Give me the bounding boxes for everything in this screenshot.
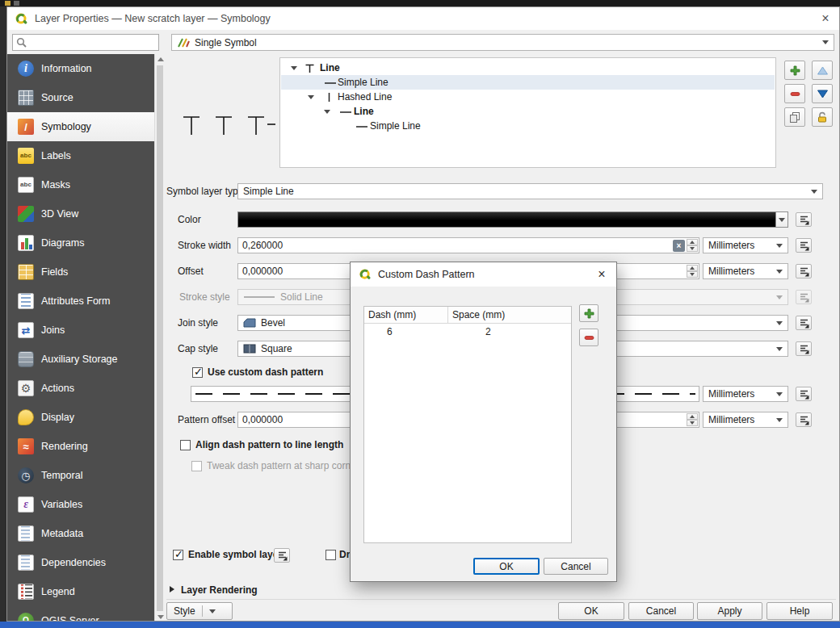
tree-item-line-sub[interactable]: Line bbox=[281, 104, 775, 119]
dialog-titlebar[interactable]: Layer Properties — New scratch layer — S… bbox=[7, 7, 839, 30]
move-up-button[interactable] bbox=[812, 61, 833, 80]
data-defined-override-button[interactable] bbox=[796, 316, 812, 330]
data-defined-override-button[interactable] bbox=[274, 548, 290, 563]
space-cell[interactable]: 2 bbox=[448, 326, 571, 337]
3d-view-icon bbox=[18, 206, 34, 222]
dash-cell[interactable]: 6 bbox=[364, 326, 448, 337]
sidebar-item-fields[interactable]: Fields bbox=[7, 257, 154, 287]
move-down-button[interactable] bbox=[812, 84, 833, 103]
color-button[interactable] bbox=[237, 211, 788, 228]
sidebar-item-masks[interactable]: Masks bbox=[7, 170, 154, 199]
data-defined-override-button[interactable] bbox=[796, 212, 812, 227]
background-toolbar-fragment-icon bbox=[5, 1, 10, 6]
symbol-mode-dropdown[interactable]: Single Symbol bbox=[171, 34, 834, 51]
add-dash-row-button[interactable] bbox=[579, 304, 598, 322]
data-defined-override-button[interactable] bbox=[796, 341, 812, 356]
spin-down-icon[interactable] bbox=[687, 271, 698, 278]
sidebar-item-joins[interactable]: Joins bbox=[7, 316, 154, 345]
search-box[interactable] bbox=[12, 34, 159, 51]
collapse-arrow-icon[interactable] bbox=[170, 586, 174, 592]
single-symbol-icon bbox=[177, 37, 190, 48]
data-defined-override-button[interactable] bbox=[796, 387, 812, 401]
modal-cancel-button[interactable]: Cancel bbox=[544, 558, 608, 575]
offset-stepper[interactable] bbox=[687, 265, 698, 278]
scrollbar-thumb[interactable] bbox=[157, 65, 163, 611]
remove-dash-row-button[interactable] bbox=[579, 329, 598, 346]
sidebar-item-display[interactable]: Display bbox=[7, 403, 154, 432]
sidebar-item-variables[interactable]: Variables bbox=[7, 490, 154, 519]
clear-value-icon[interactable] bbox=[673, 240, 685, 252]
scroll-down-icon[interactable] bbox=[158, 615, 164, 619]
data-defined-override-button[interactable] bbox=[796, 264, 812, 278]
spin-down-icon[interactable] bbox=[687, 420, 698, 426]
sidebar-item-labels[interactable]: Labels bbox=[7, 141, 154, 170]
sidebar-item-information[interactable]: Information bbox=[7, 54, 154, 83]
sidebar-item-actions[interactable]: Actions bbox=[7, 374, 154, 403]
layer-rendering-header[interactable]: Layer Rendering bbox=[181, 582, 258, 598]
column-header-space[interactable]: Space (mm) bbox=[448, 307, 571, 323]
stroke-style-value: Solid Line bbox=[280, 291, 323, 303]
chevron-down-icon bbox=[776, 295, 783, 299]
source-icon bbox=[18, 90, 34, 106]
remove-symbol-layer-button[interactable] bbox=[784, 84, 805, 103]
table-row[interactable]: 6 2 bbox=[364, 324, 571, 339]
chevron-down-icon bbox=[822, 40, 829, 44]
lock-color-button[interactable] bbox=[812, 107, 833, 127]
data-defined-override-button[interactable] bbox=[796, 412, 812, 427]
sidebar-item-attributes-form[interactable]: Attributes Form bbox=[7, 287, 154, 316]
add-symbol-layer-button[interactable] bbox=[784, 61, 805, 80]
sidebar-item-legend[interactable]: Legend bbox=[7, 577, 154, 606]
spin-up-icon[interactable] bbox=[687, 413, 698, 420]
sidebar-item-3d-view[interactable]: 3D View bbox=[7, 199, 154, 228]
help-button[interactable]: Help bbox=[766, 602, 833, 620]
sidebar-item-metadata[interactable]: Metadata bbox=[7, 519, 154, 548]
enable-symbol-layer-checkbox[interactable] bbox=[173, 550, 183, 560]
tree-item-simple-line[interactable]: Simple Line bbox=[281, 75, 775, 90]
close-button[interactable]: × bbox=[812, 7, 839, 30]
sidebar-item-rendering[interactable]: Rendering bbox=[7, 432, 154, 461]
tree-item-hashed-line[interactable]: Hashed Line bbox=[281, 90, 775, 104]
tree-item-simple-line-sub[interactable]: Simple Line bbox=[281, 119, 775, 133]
column-header-dash[interactable]: Dash (mm) bbox=[364, 307, 448, 323]
style-button[interactable]: Style bbox=[166, 602, 233, 620]
duplicate-symbol-layer-button[interactable] bbox=[784, 107, 805, 127]
data-defined-override-button[interactable] bbox=[796, 238, 812, 253]
draw-effects-checkbox[interactable] bbox=[326, 550, 336, 560]
use-custom-dash-checkbox[interactable] bbox=[192, 367, 203, 378]
cancel-button[interactable]: Cancel bbox=[628, 602, 694, 620]
modal-close-button[interactable]: × bbox=[587, 262, 616, 287]
ok-button[interactable]: OK bbox=[558, 602, 624, 620]
sidebar-scrollbar[interactable] bbox=[154, 54, 165, 622]
apply-button[interactable]: Apply bbox=[697, 602, 762, 620]
dash-unit-dropdown[interactable]: Millimeters bbox=[703, 386, 788, 402]
spin-up-icon[interactable] bbox=[687, 265, 698, 271]
stroke-width-input[interactable]: 0,260000 bbox=[237, 237, 699, 253]
scroll-up-icon[interactable] bbox=[158, 57, 164, 61]
sidebar-item-diagrams[interactable]: Diagrams bbox=[7, 228, 154, 257]
modal-titlebar[interactable]: Custom Dash Pattern × bbox=[351, 262, 616, 287]
tree-item-line[interactable]: Line bbox=[281, 61, 775, 75]
sidebar-item-temporal[interactable]: Temporal bbox=[7, 461, 154, 490]
modal-ok-button[interactable]: OK bbox=[473, 558, 540, 575]
pattern-offset-unit-dropdown[interactable]: Millimeters bbox=[703, 412, 788, 428]
sidebar-item-source[interactable]: Source bbox=[7, 83, 154, 112]
expander-icon[interactable] bbox=[291, 66, 297, 70]
expander-icon[interactable] bbox=[308, 95, 314, 99]
spin-down-icon[interactable] bbox=[687, 245, 698, 252]
sidebar-item-auxiliary-storage[interactable]: Auxiliary Storage bbox=[7, 345, 154, 374]
sidebar-item-qgis-server[interactable]: QGIS Server bbox=[7, 606, 154, 622]
expander-icon[interactable] bbox=[324, 110, 330, 114]
symbol-layer-type-dropdown[interactable]: Simple Line bbox=[237, 183, 823, 199]
tree-item-label: Line bbox=[320, 62, 340, 73]
align-dash-checkbox[interactable] bbox=[180, 440, 191, 450]
search-input[interactable] bbox=[30, 37, 155, 48]
spin-up-icon[interactable] bbox=[687, 239, 698, 245]
pattern-offset-stepper[interactable] bbox=[687, 413, 698, 426]
sidebar-item-dependencies[interactable]: Dependencies bbox=[7, 548, 154, 577]
color-dropdown[interactable] bbox=[775, 212, 788, 227]
stroke-width-stepper[interactable] bbox=[687, 239, 698, 252]
sidebar: Information Source Symbology Labels Mask… bbox=[7, 54, 154, 622]
sidebar-item-symbology[interactable]: Symbology bbox=[7, 112, 154, 141]
offset-unit-dropdown[interactable]: Millimeters bbox=[703, 263, 788, 279]
stroke-width-unit-dropdown[interactable]: Millimeters bbox=[703, 237, 788, 253]
